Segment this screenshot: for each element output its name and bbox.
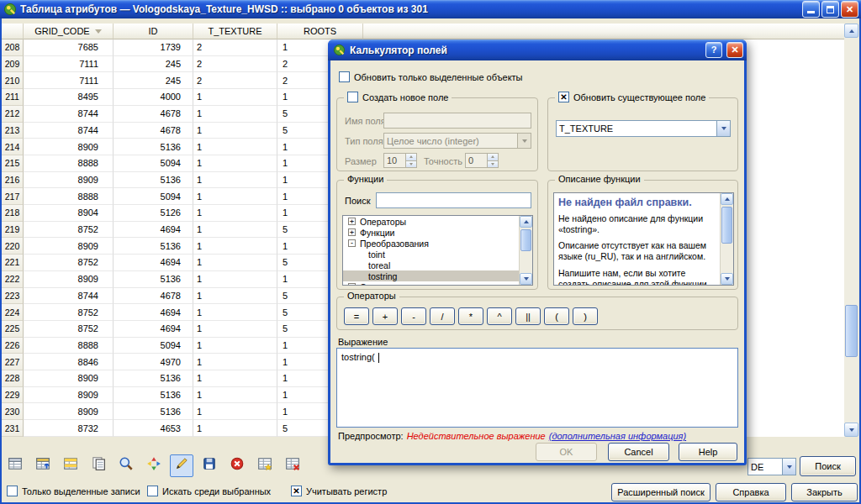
function-tree-item[interactable]: +Функции xyxy=(343,227,532,238)
table-cell[interactable]: 4678 xyxy=(114,288,193,305)
preview-more-info-link[interactable]: (дополнительная информация) xyxy=(549,431,686,441)
table-cell[interactable]: 1 xyxy=(193,387,277,404)
update-field-group-label[interactable]: ✕ Обновить существующее поле xyxy=(555,92,709,102)
row-number[interactable]: 220 xyxy=(2,238,24,255)
table-cell[interactable]: 5136 xyxy=(114,172,193,189)
function-tree-item[interactable]: +Строковые xyxy=(343,281,532,286)
table-cell[interactable]: 1739 xyxy=(114,39,193,56)
zoom-to-selected-button[interactable] xyxy=(114,454,138,477)
footer-checkbox[interactable]: ✕Учитывать регистр xyxy=(291,486,387,496)
table-cell[interactable]: 1 xyxy=(193,420,277,437)
table-cell[interactable]: 4653 xyxy=(114,420,193,437)
table-cell[interactable]: 5136 xyxy=(114,387,193,404)
table-cell[interactable]: 4678 xyxy=(114,123,193,139)
row-number[interactable]: 219 xyxy=(2,222,24,239)
operator-button[interactable]: + xyxy=(372,307,398,325)
spinner-buttons[interactable] xyxy=(405,154,416,167)
table-cell[interactable]: 8744 xyxy=(24,106,114,123)
minimize-button[interactable] xyxy=(802,1,820,18)
new-column-button[interactable] xyxy=(253,454,277,477)
scroll-down-button[interactable] xyxy=(844,423,858,437)
table-cell[interactable]: 1 xyxy=(193,106,277,123)
table-cell[interactable]: 4694 xyxy=(114,255,193,271)
row-number[interactable]: 212 xyxy=(2,106,24,123)
checkbox-box[interactable] xyxy=(339,71,350,82)
field-type-combo[interactable]: Целое число (integer) xyxy=(383,133,531,149)
maximize-button[interactable] xyxy=(821,1,839,18)
tree-expander-icon[interactable]: + xyxy=(348,228,356,236)
footer-checkbox[interactable]: Только выделенные записи xyxy=(7,486,140,496)
table-cell[interactable]: 8752 xyxy=(24,255,114,271)
table-cell[interactable]: 1 xyxy=(193,205,277,222)
spinner-buttons[interactable] xyxy=(487,154,498,167)
table-cell[interactable]: 8909 xyxy=(24,238,114,255)
function-tree-item[interactable]: tostring xyxy=(343,270,532,281)
row-number[interactable]: 231 xyxy=(2,420,24,437)
search-column-combo[interactable]: DE xyxy=(747,458,796,475)
table-cell[interactable]: 1 xyxy=(193,255,277,271)
table-cell[interactable]: 1 xyxy=(193,139,277,155)
table-cell[interactable]: 1 xyxy=(193,238,277,255)
row-number[interactable]: 227 xyxy=(2,354,24,370)
chevron-down-icon[interactable] xyxy=(782,459,795,475)
table-cell[interactable]: 8909 xyxy=(24,139,114,155)
operator-button[interactable]: - xyxy=(401,307,426,325)
column-header-id[interactable]: ID xyxy=(114,24,193,39)
checkbox-box[interactable] xyxy=(7,486,18,496)
table-cell[interactable]: 4694 xyxy=(114,304,193,321)
operator-button[interactable]: ^ xyxy=(487,307,512,325)
table-cell[interactable]: 2 xyxy=(193,72,277,89)
row-number[interactable]: 225 xyxy=(2,321,24,338)
row-number[interactable]: 224 xyxy=(2,304,24,321)
table-cell[interactable]: 8495 xyxy=(24,89,114,106)
unselect-all-button[interactable] xyxy=(3,454,27,477)
table-cell[interactable]: 1 xyxy=(193,403,277,420)
table-cell[interactable]: 245 xyxy=(114,72,193,89)
table-corner-button[interactable] xyxy=(2,24,24,39)
ok-button[interactable]: OK xyxy=(536,443,597,461)
table-vscrollbar[interactable] xyxy=(844,24,858,437)
table-cell[interactable]: 8744 xyxy=(24,123,114,139)
operator-button[interactable]: * xyxy=(458,307,483,325)
new-field-group-label[interactable]: Создать новое поле xyxy=(344,92,452,102)
chevron-down-icon[interactable] xyxy=(716,121,730,136)
operator-button[interactable]: ( xyxy=(544,307,569,325)
table-cell[interactable]: 4970 xyxy=(114,354,193,370)
table-cell[interactable]: 1 xyxy=(193,123,277,139)
scroll-up-button[interactable] xyxy=(844,24,858,38)
table-cell[interactable]: 7111 xyxy=(24,72,114,89)
table-cell[interactable]: 245 xyxy=(114,56,193,73)
function-tree-item[interactable]: toint xyxy=(343,249,532,260)
row-number[interactable]: 209 xyxy=(2,56,24,73)
advanced-search-button[interactable]: Расширенный поиск xyxy=(611,483,710,501)
row-number[interactable]: 217 xyxy=(2,188,24,205)
table-cell[interactable]: 2 xyxy=(193,56,277,73)
table-cell[interactable]: 1 xyxy=(193,172,277,189)
table-cell[interactable]: 1 xyxy=(193,370,277,387)
operator-button[interactable]: / xyxy=(430,307,455,325)
table-cell[interactable]: 1 xyxy=(193,338,277,354)
table-cell[interactable]: 1 xyxy=(193,321,277,338)
table-cell[interactable]: 8888 xyxy=(24,188,114,205)
copy-selected-button[interactable] xyxy=(87,454,110,477)
table-cell[interactable]: 5136 xyxy=(114,403,193,420)
delete-selected-button[interactable] xyxy=(225,454,249,477)
row-number[interactable]: 215 xyxy=(2,155,24,172)
field-name-input[interactable] xyxy=(383,113,531,129)
row-number[interactable]: 230 xyxy=(2,403,24,420)
table-cell[interactable]: 8909 xyxy=(24,271,114,288)
table-cell[interactable]: 7685 xyxy=(24,39,114,56)
column-header-t-texture[interactable]: T_TEXTURE xyxy=(193,24,277,39)
table-cell[interactable]: 1 xyxy=(193,188,277,205)
table-cell[interactable]: 8888 xyxy=(24,155,114,172)
scroll-up-button[interactable] xyxy=(721,193,733,205)
scroll-down-button[interactable] xyxy=(721,273,733,285)
table-cell[interactable]: 2 xyxy=(193,39,277,56)
function-tree-item[interactable]: -Преобразования xyxy=(343,238,532,249)
toggle-editing-button[interactable] xyxy=(170,454,193,477)
close-window-button[interactable]: Закрыть xyxy=(791,483,858,501)
table-cell[interactable]: 5094 xyxy=(114,155,193,172)
field-precision-spinner[interactable]: 0 xyxy=(465,153,499,168)
update-selected-checkbox[interactable]: Обновить только выделенные объекты xyxy=(339,71,523,82)
table-cell[interactable]: 8909 xyxy=(24,403,114,420)
